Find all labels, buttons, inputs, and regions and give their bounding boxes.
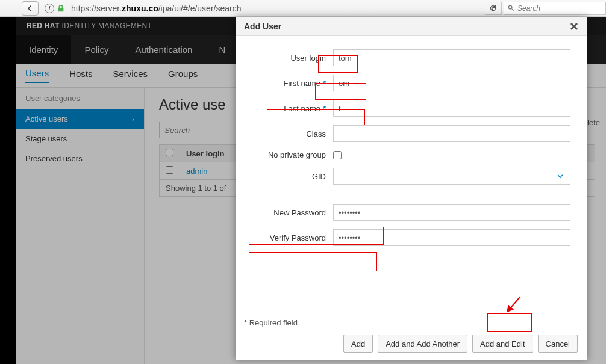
annotation-arrow-icon [502, 295, 526, 319]
label-last-name: Last name* [244, 104, 333, 113]
checkbox-no-private-group[interactable] [333, 151, 342, 159]
dialog-footer: Add Add and Add Another Add and Edit Can… [236, 327, 587, 360]
lock-icon [57, 4, 65, 13]
search-placeholder: Search [517, 4, 540, 13]
add-button[interactable]: Add [343, 335, 373, 353]
input-class[interactable] [333, 125, 570, 142]
browser-search[interactable]: Search [504, 2, 606, 15]
input-new-password[interactable] [333, 204, 570, 221]
search-icon [508, 5, 514, 11]
select-gid[interactable] [333, 168, 570, 185]
browser-chrome: i https://server.zhuxu.co/ipa/ui/#/e/use… [0, 0, 606, 17]
dialog-title: Add User [244, 22, 281, 31]
arrow-left-icon [27, 5, 34, 12]
label-no-private-group: No private group [244, 150, 333, 159]
add-and-add-another-button[interactable]: Add and Add Another [378, 335, 467, 353]
add-user-dialog: Add User User login First name* Last nam… [236, 17, 587, 360]
dialog-body: User login First name* Last name* Class … [236, 36, 587, 315]
left-gutter [0, 17, 16, 364]
label-gid: GID [244, 172, 333, 181]
chevron-down-icon [557, 173, 564, 180]
label-class: Class [244, 129, 333, 138]
add-and-edit-button[interactable]: Add and Edit [472, 335, 533, 353]
label-verify-password: Verify Password [244, 233, 333, 242]
url-bar[interactable]: i https://server.zhuxu.co/ipa/ui/#/e/use… [45, 4, 241, 13]
close-icon [569, 22, 579, 31]
label-user-login: User login [244, 54, 333, 63]
svg-point-0 [508, 5, 512, 9]
label-first-name: First name* [244, 79, 333, 88]
cancel-button[interactable]: Cancel [538, 335, 578, 353]
reload-button[interactable] [485, 2, 502, 15]
input-verify-password[interactable] [333, 229, 570, 246]
label-new-password: New Password [244, 208, 333, 217]
input-user-login[interactable] [333, 49, 570, 66]
input-last-name[interactable] [333, 100, 570, 117]
close-button[interactable] [569, 22, 579, 31]
required-field-note: * Required field [236, 315, 587, 327]
input-first-name[interactable] [333, 75, 570, 91]
info-icon: i [45, 4, 54, 13]
dialog-header: Add User [236, 17, 587, 36]
back-button[interactable] [22, 1, 39, 16]
url-text: https://server.zhuxu.co/ipa/ui/#/e/user/… [71, 4, 241, 13]
